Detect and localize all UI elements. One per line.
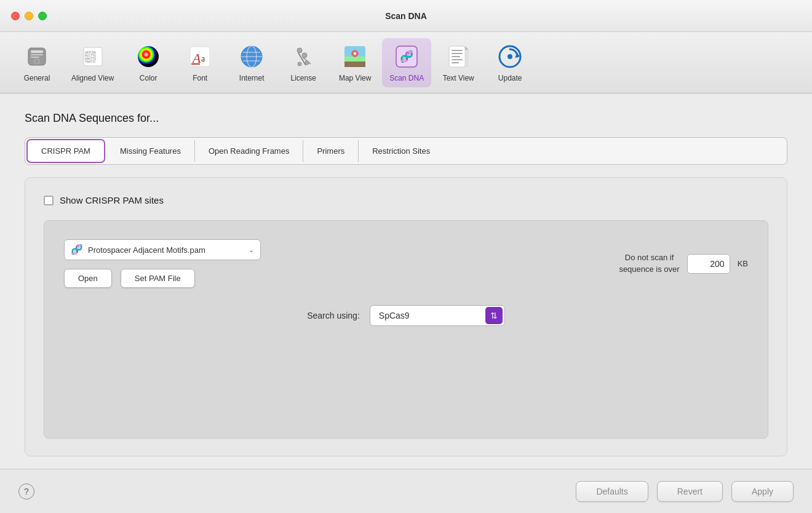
bottom-buttons: Defaults Revert Apply bbox=[576, 481, 794, 502]
svg-text:a: a bbox=[201, 54, 205, 63]
traffic-lights bbox=[11, 12, 47, 20]
svg-point-24 bbox=[305, 61, 309, 65]
svg-rect-2 bbox=[31, 54, 43, 55]
main-content: Scan DNA Sequences for... CRISPR PAMMiss… bbox=[0, 93, 812, 469]
font-icon: Aa bbox=[186, 43, 213, 70]
file-icon: 🧬 bbox=[71, 244, 83, 256]
map-view-icon bbox=[341, 43, 368, 70]
defaults-button[interactable]: Defaults bbox=[576, 481, 648, 502]
svg-point-21 bbox=[302, 53, 307, 58]
svg-rect-3 bbox=[31, 57, 39, 58]
toolbar-item-font[interactable]: AaFont bbox=[175, 38, 225, 87]
svg-point-25 bbox=[298, 62, 301, 66]
content-panel: Show CRISPR PAM sites 🧬 Protospacer Adja… bbox=[25, 177, 787, 456]
svg-point-43 bbox=[507, 54, 512, 59]
search-using-select[interactable]: SpCas9SaCas9Cpf1Custom bbox=[370, 305, 505, 326]
svg-rect-38 bbox=[452, 62, 459, 63]
maximize-button[interactable] bbox=[38, 12, 47, 20]
open-button[interactable]: Open bbox=[64, 269, 112, 288]
toolbar-item-color[interactable]: Color bbox=[124, 38, 173, 87]
internet-icon bbox=[238, 43, 265, 70]
svg-rect-36 bbox=[452, 56, 460, 57]
text-view-icon bbox=[445, 43, 472, 70]
update-label: Update bbox=[498, 74, 522, 82]
window-title: Scan DNA bbox=[385, 11, 427, 21]
help-button[interactable]: ? bbox=[18, 483, 34, 499]
svg-rect-35 bbox=[452, 53, 463, 54]
search-select-wrapper: SpCas9SaCas9Cpf1Custom ⇅ bbox=[370, 305, 505, 326]
toolbar-item-text-view[interactable]: Text View bbox=[434, 38, 483, 87]
svg-marker-39 bbox=[465, 46, 469, 50]
internet-label: Internet bbox=[239, 74, 265, 82]
checkbox-row: Show CRISPR PAM sites bbox=[44, 195, 768, 205]
map-view-label: Map View bbox=[339, 74, 371, 82]
toolbar-item-scan-dna[interactable]: 🧬Scan DNA bbox=[382, 38, 431, 87]
inner-top-row: 🧬 Protospacer Adjacent Motifs.pam ⌄ Open… bbox=[64, 239, 748, 288]
svg-rect-28 bbox=[344, 62, 365, 67]
svg-point-30 bbox=[354, 52, 356, 55]
scan-dna-icon: 🧬 bbox=[393, 43, 420, 70]
svg-text:TAATTC: TAATTC bbox=[85, 60, 96, 63]
update-icon bbox=[496, 43, 523, 70]
svg-rect-34 bbox=[452, 50, 463, 51]
toolbar-item-internet[interactable]: Internet bbox=[227, 38, 276, 87]
svg-rect-40 bbox=[465, 50, 469, 67]
svg-text:🧬: 🧬 bbox=[400, 50, 414, 63]
size-unit: KB bbox=[738, 259, 748, 268]
search-row: Search using: SpCas9SaCas9Cpf1Custom ⇅ bbox=[64, 305, 748, 326]
svg-point-10 bbox=[138, 46, 159, 67]
title-bar: Scan DNA bbox=[0, 0, 812, 32]
dropdown-arrow-icon: ⌄ bbox=[249, 246, 254, 254]
size-input[interactable] bbox=[687, 254, 730, 274]
toolbar-item-license[interactable]: License bbox=[279, 38, 328, 87]
general-icon bbox=[23, 43, 50, 70]
svg-rect-37 bbox=[452, 59, 463, 60]
color-label: Color bbox=[140, 74, 157, 82]
tab-missing[interactable]: Missing Features bbox=[106, 140, 195, 162]
svg-rect-1 bbox=[31, 50, 43, 53]
license-label: License bbox=[290, 74, 316, 82]
crispr-pam-label: Show CRISPR PAM sites bbox=[60, 195, 164, 205]
bottom-bar: ? Defaults Revert Apply bbox=[0, 469, 812, 513]
size-info: Do not scan ifsequence is over KB bbox=[619, 252, 748, 274]
aligned-view-icon: GATCOGACCTTGGAGTTOTAATTC bbox=[79, 43, 106, 70]
buttons-row: Open Set PAM File bbox=[64, 269, 261, 288]
color-icon bbox=[135, 43, 162, 70]
tab-primers[interactable]: Primers bbox=[303, 140, 359, 162]
apply-button[interactable]: Apply bbox=[731, 481, 794, 502]
aligned-view-label: Aligned View bbox=[71, 74, 114, 82]
file-selector[interactable]: 🧬 Protospacer Adjacent Motifs.pam ⌄ bbox=[64, 239, 261, 260]
set-pam-button[interactable]: Set PAM File bbox=[121, 269, 195, 288]
general-label: General bbox=[24, 74, 50, 82]
toolbar-item-general[interactable]: General bbox=[12, 38, 62, 87]
toolbar-item-update[interactable]: Update bbox=[485, 38, 535, 87]
svg-rect-27 bbox=[344, 57, 365, 62]
svg-point-20 bbox=[297, 48, 302, 53]
toolbar-item-aligned-view[interactable]: GATCOGACCTTGGAGTTOTAATTCAligned View bbox=[64, 38, 121, 87]
revert-button[interactable]: Revert bbox=[657, 481, 723, 502]
tab-bar: CRISPR PAMMissing FeaturesOpen Reading F… bbox=[25, 137, 787, 165]
search-label: Search using: bbox=[307, 311, 360, 320]
toolbar-item-map-view[interactable]: Map View bbox=[330, 38, 380, 87]
file-selector-name: Protospacer Adjacent Motifs.pam bbox=[88, 245, 244, 255]
minimize-button[interactable] bbox=[25, 12, 33, 20]
size-label: Do not scan ifsequence is over bbox=[619, 252, 679, 274]
section-title: Scan DNA Sequences for... bbox=[25, 112, 787, 125]
license-icon bbox=[290, 43, 317, 70]
text-view-label: Text View bbox=[443, 74, 474, 82]
scan-dna-label: Scan DNA bbox=[389, 74, 424, 82]
close-button[interactable] bbox=[11, 12, 20, 20]
inner-panel: 🧬 Protospacer Adjacent Motifs.pam ⌄ Open… bbox=[44, 220, 768, 439]
tab-orf[interactable]: Open Reading Frames bbox=[195, 140, 304, 162]
tab-crispr[interactable]: CRISPR PAM bbox=[26, 139, 105, 163]
tab-restriction[interactable]: Restriction Sites bbox=[359, 140, 444, 162]
crispr-pam-checkbox[interactable] bbox=[44, 196, 54, 205]
font-label: Font bbox=[193, 74, 207, 82]
toolbar: GeneralGATCOGACCTTGGAGTTOTAATTCAligned V… bbox=[0, 32, 812, 93]
